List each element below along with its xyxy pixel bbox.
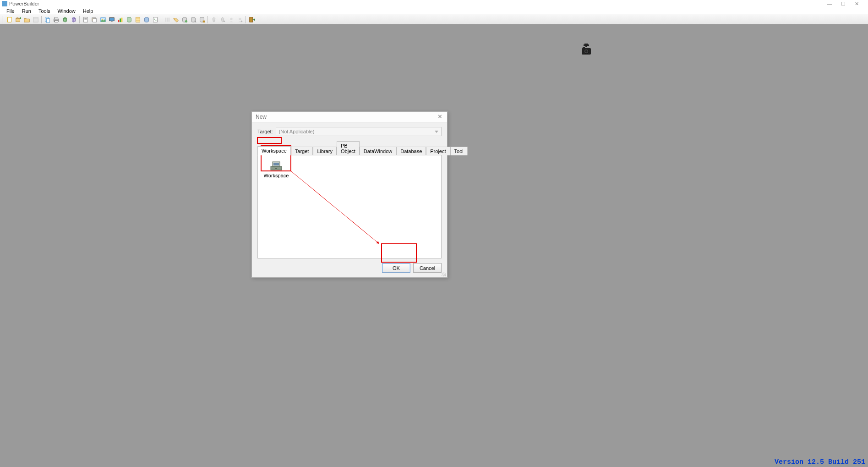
target-label: Target: [257,129,273,134]
debug-step-button [218,16,226,23]
menu-help[interactable]: Help [79,8,97,14]
chart-button[interactable] [116,16,124,23]
menu-tools[interactable]: Tools [35,8,54,14]
target-select[interactable]: (Not Applicable) [276,127,442,136]
svg-point-52 [585,50,588,53]
tab-workspace[interactable]: Workspace [257,146,291,155]
monitor-button[interactable] [108,16,115,23]
svg-rect-36 [202,20,204,22]
svg-rect-19 [118,20,119,22]
debug-button [210,16,218,23]
menu-bar: File Run Tools Window Help [0,7,868,15]
minimize-button[interactable]: — [827,1,832,7]
svg-rect-29 [167,17,168,22]
menu-window[interactable]: Window [54,8,79,14]
svg-point-33 [185,20,187,22]
run-button [227,16,235,23]
run-alt-button [236,16,244,23]
tab-database[interactable]: Database [396,147,426,155]
dialog-body: Target: (Not Applicable) Workspace Targe… [252,122,447,277]
toolbar-separator [246,16,246,23]
svg-rect-30 [168,17,169,22]
cancel-button[interactable]: Cancel [413,263,442,273]
print-button[interactable] [52,16,60,23]
svg-rect-47 [584,44,588,44]
svg-rect-9 [55,20,58,22]
toolbar-separator [207,16,208,23]
svg-rect-18 [111,21,113,22]
svg-rect-41 [249,17,252,22]
dw-button[interactable] [134,16,142,23]
svg-rect-14 [93,18,96,22]
toolbar [0,15,868,24]
db-table-button[interactable] [125,16,133,23]
svg-point-2 [19,17,21,19]
svg-rect-6 [46,18,49,22]
svg-point-37 [223,20,225,22]
target-row: Target: (Not Applicable) [257,127,442,136]
copy-button[interactable] [44,16,51,23]
db-painter-button[interactable] [198,16,206,23]
tab-project[interactable]: Project [426,147,450,155]
app-title: PowerBuilder [9,1,39,6]
properties-button [32,16,39,23]
exit-button[interactable] [248,16,256,23]
svg-rect-27 [153,17,157,22]
toolbar-grip [2,16,4,23]
svg-rect-49 [585,46,587,47]
stack-button[interactable] [90,16,98,23]
menu-run[interactable]: Run [18,8,35,14]
svg-rect-3 [33,17,38,22]
dialog-tabs: Workspace Target Library PB Object DataW… [257,141,442,155]
cylinder-button[interactable] [142,16,150,23]
svg-point-39 [239,17,241,20]
workspace-item-label: Workspace [264,173,289,178]
ok-button[interactable]: OK [382,263,410,273]
svg-rect-8 [55,17,58,19]
svg-rect-23 [136,17,140,22]
open-button[interactable] [14,16,22,23]
svg-point-38 [230,17,232,20]
script-button[interactable] [151,16,159,23]
tab-content: Workspace [257,155,442,258]
svg-rect-28 [165,17,166,22]
close-button[interactable]: ✕ [855,1,859,7]
svg-point-31 [174,18,175,19]
tab-pb-object[interactable]: PB Object [337,141,360,155]
dialog-close-button[interactable]: ✕ [436,113,444,120]
new-button[interactable] [5,16,13,23]
menu-file[interactable]: File [3,8,18,14]
dialog-buttons: OK Cancel [257,258,442,273]
svg-rect-53 [583,47,585,49]
main-area: New ✕ Target: (Not Applicable) Workspace… [0,24,868,467]
svg-rect-48 [584,44,589,46]
resize-grip[interactable] [442,272,446,276]
db-profile-button[interactable] [180,16,188,23]
svg-rect-1 [16,18,20,22]
app-icon [2,1,7,6]
3d-button[interactable] [61,16,69,23]
3d-alt-button[interactable] [70,16,77,23]
svg-rect-44 [273,163,279,165]
tab-library[interactable]: Library [313,147,337,155]
open-folder-button[interactable] [23,16,31,23]
workspace-item[interactable]: Workspace [262,159,291,179]
dialog-titlebar[interactable]: New ✕ [252,112,447,122]
library-button [163,16,171,23]
svg-rect-21 [121,17,122,22]
dialog-title-text: New [256,114,267,120]
query-button[interactable] [189,16,197,23]
tag-button[interactable] [172,16,180,23]
note-button[interactable] [82,16,89,23]
toolbar-separator [41,16,42,23]
camera-icon [581,44,592,57]
picture-button[interactable] [99,16,107,23]
tab-datawindow[interactable]: DataWindow [360,147,396,155]
tab-tool[interactable]: Tool [450,147,468,155]
svg-rect-0 [7,17,11,22]
workspace-icon [269,160,284,171]
window-controls: — ☐ ✕ [827,0,868,7]
tab-target[interactable]: Target [291,147,313,155]
maximize-button[interactable]: ☐ [841,1,846,7]
svg-rect-20 [120,18,121,22]
